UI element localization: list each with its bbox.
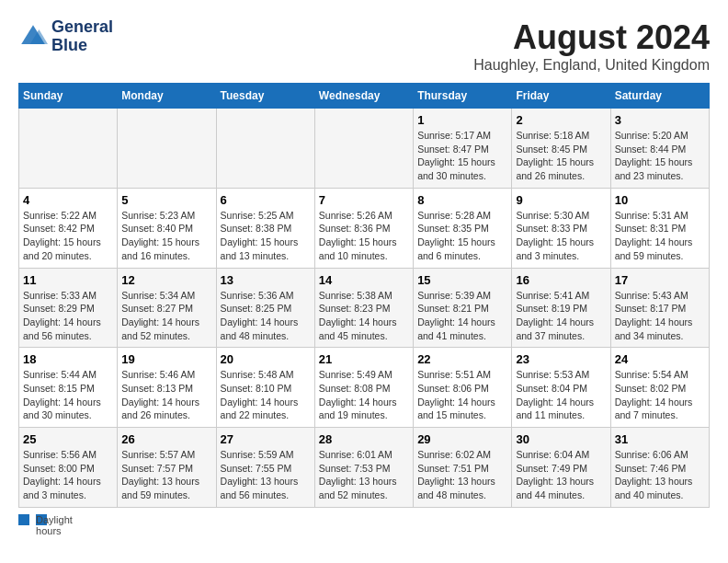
table-row: 30Sunrise: 6:04 AM Sunset: 7:49 PM Dayli…: [512, 428, 610, 508]
table-row: [314, 109, 413, 189]
day-number: 22: [417, 352, 507, 366]
table-row: [19, 109, 118, 189]
day-info: Sunrise: 5:31 AM Sunset: 8:31 PM Dayligh…: [615, 209, 705, 263]
day-info: Sunrise: 5:51 AM Sunset: 8:06 PM Dayligh…: [417, 368, 507, 422]
calendar-header-row: Sunday Monday Tuesday Wednesday Thursday…: [19, 84, 710, 109]
table-row: 8Sunrise: 5:28 AM Sunset: 8:35 PM Daylig…: [414, 188, 512, 268]
table-row: 2Sunrise: 5:18 AM Sunset: 8:45 PM Daylig…: [512, 109, 610, 189]
day-number: 21: [319, 352, 409, 366]
table-row: 9Sunrise: 5:30 AM Sunset: 8:33 PM Daylig…: [512, 188, 610, 268]
table-row: 5Sunrise: 5:23 AM Sunset: 8:40 PM Daylig…: [118, 188, 216, 268]
table-row: [216, 109, 314, 189]
table-row: 26Sunrise: 5:57 AM Sunset: 7:57 PM Dayli…: [118, 428, 216, 508]
day-info: Sunrise: 6:01 AM Sunset: 7:53 PM Dayligh…: [319, 448, 409, 502]
day-info: Sunrise: 5:46 AM Sunset: 8:13 PM Dayligh…: [121, 368, 211, 422]
table-row: 3Sunrise: 5:20 AM Sunset: 8:44 PM Daylig…: [610, 109, 709, 189]
subtitle: Haughley, England, United Kingdom: [473, 57, 710, 74]
table-row: 19Sunrise: 5:46 AM Sunset: 8:13 PM Dayli…: [118, 348, 216, 428]
day-info: Sunrise: 5:41 AM Sunset: 8:19 PM Dayligh…: [516, 289, 606, 343]
table-row: 14Sunrise: 5:38 AM Sunset: 8:23 PM Dayli…: [314, 268, 413, 348]
day-number: 16: [516, 273, 606, 287]
table-row: 11Sunrise: 5:33 AM Sunset: 8:29 PM Dayli…: [19, 268, 118, 348]
col-monday: Monday: [118, 84, 216, 109]
footer-note: Daylight hours: [18, 513, 710, 525]
day-info: Sunrise: 5:26 AM Sunset: 8:36 PM Dayligh…: [319, 209, 409, 263]
calendar-week-row: 1Sunrise: 5:17 AM Sunset: 8:47 PM Daylig…: [19, 109, 710, 189]
day-number: 3: [615, 113, 705, 127]
day-number: 23: [516, 352, 606, 366]
day-info: Sunrise: 5:23 AM Sunset: 8:40 PM Dayligh…: [121, 209, 211, 263]
day-number: 31: [615, 432, 705, 446]
calendar-week-row: 11Sunrise: 5:33 AM Sunset: 8:29 PM Dayli…: [19, 268, 710, 348]
day-number: 30: [516, 432, 606, 446]
table-row: 29Sunrise: 6:02 AM Sunset: 7:51 PM Dayli…: [414, 428, 512, 508]
day-info: Sunrise: 5:59 AM Sunset: 7:55 PM Dayligh…: [221, 448, 311, 502]
table-row: 10Sunrise: 5:31 AM Sunset: 8:31 PM Dayli…: [610, 188, 709, 268]
day-number: 14: [319, 273, 409, 287]
day-info: Sunrise: 5:36 AM Sunset: 8:25 PM Dayligh…: [221, 289, 311, 343]
day-number: 7: [319, 193, 409, 207]
table-row: 4Sunrise: 5:22 AM Sunset: 8:42 PM Daylig…: [19, 188, 118, 268]
day-info: Sunrise: 5:49 AM Sunset: 8:08 PM Dayligh…: [319, 368, 409, 422]
logo: General Blue: [18, 18, 113, 55]
logo-icon: [18, 22, 48, 52]
day-info: Sunrise: 5:43 AM Sunset: 8:17 PM Dayligh…: [615, 289, 705, 343]
day-number: 12: [121, 273, 211, 287]
title-block: August 2024 Haughley, England, United Ki…: [473, 18, 710, 74]
day-info: Sunrise: 6:02 AM Sunset: 7:51 PM Dayligh…: [417, 448, 507, 502]
day-info: Sunrise: 5:34 AM Sunset: 8:27 PM Dayligh…: [121, 289, 211, 343]
day-info: Sunrise: 5:28 AM Sunset: 8:35 PM Dayligh…: [417, 209, 507, 263]
daylight-icon: [18, 514, 29, 525]
day-number: 8: [417, 193, 507, 207]
day-number: 17: [615, 273, 705, 287]
table-row: 28Sunrise: 6:01 AM Sunset: 7:53 PM Dayli…: [314, 428, 413, 508]
day-number: 19: [121, 352, 211, 366]
table-row: 12Sunrise: 5:34 AM Sunset: 8:27 PM Dayli…: [118, 268, 216, 348]
day-number: 15: [417, 273, 507, 287]
day-info: Sunrise: 5:30 AM Sunset: 8:33 PM Dayligh…: [516, 209, 606, 263]
day-number: 13: [221, 273, 311, 287]
table-row: 1Sunrise: 5:17 AM Sunset: 8:47 PM Daylig…: [414, 109, 512, 189]
col-friday: Friday: [512, 84, 610, 109]
day-info: Sunrise: 5:39 AM Sunset: 8:21 PM Dayligh…: [417, 289, 507, 343]
day-info: Sunrise: 6:04 AM Sunset: 7:49 PM Dayligh…: [516, 448, 606, 502]
table-row: 23Sunrise: 5:53 AM Sunset: 8:04 PM Dayli…: [512, 348, 610, 428]
table-row: 7Sunrise: 5:26 AM Sunset: 8:36 PM Daylig…: [314, 188, 413, 268]
day-number: 28: [319, 432, 409, 446]
day-info: Sunrise: 5:48 AM Sunset: 8:10 PM Dayligh…: [221, 368, 311, 422]
day-number: 5: [121, 193, 211, 207]
calendar-week-row: 18Sunrise: 5:44 AM Sunset: 8:15 PM Dayli…: [19, 348, 710, 428]
day-number: 27: [221, 432, 311, 446]
day-number: 25: [23, 432, 113, 446]
day-number: 4: [23, 193, 113, 207]
day-number: 6: [221, 193, 311, 207]
day-info: Sunrise: 5:33 AM Sunset: 8:29 PM Dayligh…: [23, 289, 113, 343]
table-row: 21Sunrise: 5:49 AM Sunset: 8:08 PM Dayli…: [314, 348, 413, 428]
footer-note-label: Daylight hours: [36, 514, 47, 525]
day-info: Sunrise: 5:54 AM Sunset: 8:02 PM Dayligh…: [615, 368, 705, 422]
day-info: Sunrise: 5:56 AM Sunset: 8:00 PM Dayligh…: [23, 448, 113, 502]
table-row: 27Sunrise: 5:59 AM Sunset: 7:55 PM Dayli…: [216, 428, 314, 508]
table-row: 24Sunrise: 5:54 AM Sunset: 8:02 PM Dayli…: [610, 348, 709, 428]
logo-text: General Blue: [51, 18, 113, 55]
table-row: 20Sunrise: 5:48 AM Sunset: 8:10 PM Dayli…: [216, 348, 314, 428]
day-number: 20: [221, 352, 311, 366]
page-header: General Blue August 2024 Haughley, Engla…: [18, 18, 710, 74]
col-wednesday: Wednesday: [314, 84, 413, 109]
day-number: 26: [121, 432, 211, 446]
calendar-table: Sunday Monday Tuesday Wednesday Thursday…: [18, 83, 710, 508]
col-saturday: Saturday: [610, 84, 709, 109]
table-row: 31Sunrise: 6:06 AM Sunset: 7:46 PM Dayli…: [610, 428, 709, 508]
calendar-week-row: 25Sunrise: 5:56 AM Sunset: 8:00 PM Dayli…: [19, 428, 710, 508]
day-number: 24: [615, 352, 705, 366]
calendar-week-row: 4Sunrise: 5:22 AM Sunset: 8:42 PM Daylig…: [19, 188, 710, 268]
day-info: Sunrise: 5:20 AM Sunset: 8:44 PM Dayligh…: [615, 129, 705, 183]
table-row: 13Sunrise: 5:36 AM Sunset: 8:25 PM Dayli…: [216, 268, 314, 348]
day-info: Sunrise: 5:22 AM Sunset: 8:42 PM Dayligh…: [23, 209, 113, 263]
day-number: 2: [516, 113, 606, 127]
table-row: 16Sunrise: 5:41 AM Sunset: 8:19 PM Dayli…: [512, 268, 610, 348]
col-tuesday: Tuesday: [216, 84, 314, 109]
day-info: Sunrise: 5:53 AM Sunset: 8:04 PM Dayligh…: [516, 368, 606, 422]
day-number: 1: [417, 113, 507, 127]
table-row: [118, 109, 216, 189]
